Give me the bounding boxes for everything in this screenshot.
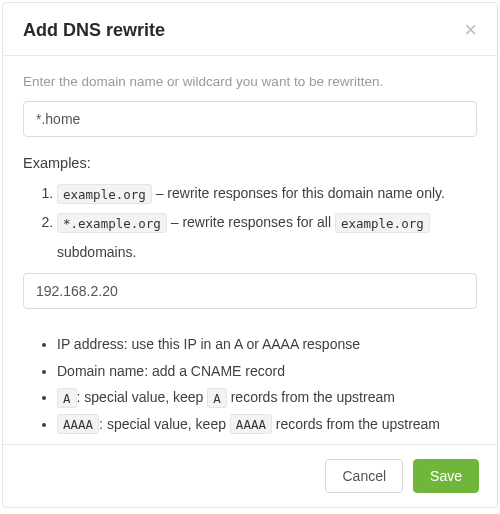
example-inline-code: example.org (335, 213, 430, 233)
note-text: records from the upstream (272, 416, 440, 432)
modal-body: Enter the domain name or wildcard you wa… (3, 56, 497, 444)
modal-header: Add DNS rewrite × (3, 3, 497, 56)
answer-input[interactable] (23, 273, 477, 309)
notes-list: IP address: use this IP in an A or AAAA … (23, 331, 477, 437)
examples-label: Examples: (23, 155, 477, 171)
list-item: *.example.org – rewrite responses for al… (57, 208, 477, 267)
modal-footer: Cancel Save (3, 444, 497, 507)
examples-list: example.org – rewrite responses for this… (23, 179, 477, 267)
note-text: : special value, keep (77, 389, 208, 405)
note-text: Domain name: add a CNAME record (57, 363, 285, 379)
dns-rewrite-modal: Add DNS rewrite × Enter the domain name … (2, 2, 498, 508)
note-text: : special value, keep (99, 416, 230, 432)
note-text: IP address: use this IP in an A or AAAA … (57, 336, 360, 352)
list-item: example.org – rewrite responses for this… (57, 179, 477, 208)
note-text: records from the upstream (227, 389, 395, 405)
close-icon[interactable]: × (464, 19, 477, 41)
example-code: example.org (57, 184, 152, 204)
example-text: – rewrite responses for all (167, 214, 335, 230)
save-button[interactable]: Save (413, 459, 479, 493)
cancel-button[interactable]: Cancel (325, 459, 403, 493)
note-code: A (57, 388, 77, 408)
list-item: A: special value, keep A records from th… (57, 384, 477, 411)
example-text: – rewrite responses for this domain name… (152, 185, 445, 201)
modal-title: Add DNS rewrite (23, 20, 165, 41)
example-code: *.example.org (57, 213, 167, 233)
note-code: AAAA (57, 414, 99, 434)
example-text: subdomains. (57, 244, 136, 260)
note-code: A (207, 388, 227, 408)
domain-input[interactable] (23, 101, 477, 137)
note-code: AAAA (230, 414, 272, 434)
domain-helper-text: Enter the domain name or wildcard you wa… (23, 74, 477, 89)
list-item: IP address: use this IP in an A or AAAA … (57, 331, 477, 358)
list-item: Domain name: add a CNAME record (57, 358, 477, 385)
list-item: AAAA: special value, keep AAAA records f… (57, 411, 477, 438)
